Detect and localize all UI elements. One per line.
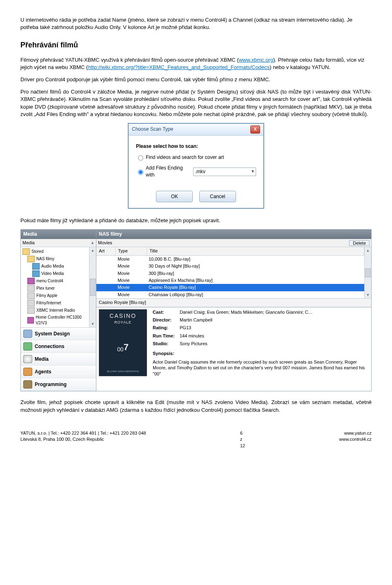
close-icon[interactable]: X (250, 125, 260, 134)
tree-item[interactable]: Plex tuner (27, 285, 88, 292)
tree-item[interactable]: XBMC Internet Radio (27, 307, 88, 314)
nav-system-design[interactable]: System Design (21, 328, 96, 340)
xbmc-wiki-link[interactable]: http://wiki.xbmc.org/?title=XBMC_Feature… (88, 64, 270, 70)
page-footer: YATUN, s.r.o. | Tel.: +420 222 364 491 |… (20, 430, 372, 443)
cell-title: Casino Royale [Blu-ray] (146, 284, 364, 291)
tree-item[interactable]: Filmy Apple (27, 292, 88, 299)
table-row[interactable]: Movie30 Days of Night [Blu-ray] (96, 263, 364, 270)
col-title[interactable]: Title (147, 247, 364, 255)
nav-agents[interactable]: Agents (21, 366, 96, 378)
scroll-down-icon[interactable]: ▼ (91, 321, 95, 328)
tree-item[interactable]: menu Control4 (27, 277, 88, 285)
synopsis-label: Synopsis: (153, 351, 174, 356)
nav-programming[interactable]: Programming (21, 378, 96, 391)
rating-value: PG13 (180, 325, 191, 331)
footer-link-2: www.control4.cz (339, 436, 372, 442)
dialog-prompt: Please select how to scan: (136, 143, 256, 150)
nav-connections[interactable]: Connections (21, 340, 96, 353)
cell-title: Chainsaw Lollipop [Blu-ray] (146, 291, 364, 298)
nav-media[interactable]: Media (21, 353, 96, 366)
scroll-down-icon[interactable]: ▼ (366, 292, 370, 299)
paragraph-edit: Zvolte film, jehož popisek chcete upravi… (20, 399, 372, 413)
table-row[interactable]: MovieChainsaw Lollipop [Blu-ray] (96, 291, 364, 298)
radio-find-videos-label: Find videos and search for cover art (146, 154, 224, 161)
paragraph-links: Filmový přehrávač YATUN-XBMC využívá k p… (20, 56, 372, 71)
page-number: 6 z 12 (240, 430, 245, 449)
detail-title: Casino Royale [Blu-ray] (96, 298, 371, 307)
tree-item-label: NAS filmy (36, 256, 54, 262)
scroll-up-icon[interactable]: ▲ (91, 239, 94, 246)
synopsis-text: Actor Daniel Craig assumes the role form… (153, 359, 369, 377)
cell-title: 30 Days of Night [Blu-ray] (146, 263, 364, 270)
nav-label: System Design (35, 330, 70, 337)
footer-line-1: YATUN, s.r.o. | Tel.: +420 222 364 491 |… (20, 430, 146, 436)
cell-title: 10,000 B.C. [Blu-ray] (146, 256, 364, 263)
paragraph-scan-instructions: Pro načtení filmů do Control4 v záložce … (20, 88, 372, 118)
tuner-icon (27, 285, 35, 292)
cell-title: 300 [Blu-ray] (146, 270, 364, 277)
paragraph-driver: Driver pro Control4 podporuje jak výběr … (20, 76, 372, 83)
media-icon (23, 355, 32, 363)
text: ) nebo v katalogu YATUN. (270, 64, 330, 70)
tree-header: Media (21, 230, 96, 239)
tree-item[interactable]: Audio Media (32, 263, 88, 270)
cast-value: Daniel Craig; Eva Green; Mads Mikkelsen;… (180, 309, 313, 315)
scroll-up-icon[interactable]: ▲ (91, 247, 95, 254)
media-explorer: Media Media ▲ Stored NAS filmy Audio Med… (20, 229, 372, 391)
cancel-button[interactable]: Cancel (199, 191, 236, 202)
paragraph-edit-hint: Pokud máte filmy již vyhledané a přidané… (20, 217, 372, 224)
tree-item[interactable]: Filmy/Internet (27, 299, 88, 307)
choose-scan-dialog: Choose Scan Type X Please select how to … (128, 123, 264, 209)
system-design-icon (23, 330, 32, 338)
agents-icon (23, 368, 32, 376)
studio-value: Sony Pictures (180, 341, 207, 347)
folder-icon (27, 256, 35, 262)
cell-type: Movie (115, 291, 146, 298)
tree-item-label: Audio Media (41, 263, 64, 269)
dialog-title: Choose Scan Type (132, 126, 173, 133)
footer-line-2: Litevská 8, Praha 100 00, Czech Republic (20, 436, 146, 442)
radio-find-videos[interactable] (138, 155, 143, 161)
movies-label: Movies (98, 240, 112, 246)
scroll-thumb[interactable] (90, 279, 96, 296)
table-row[interactable]: Movie300 [Blu-ray] (96, 270, 364, 277)
radio-icon (27, 307, 35, 314)
nav-label: Programming (35, 381, 67, 388)
xbmc-link[interactable]: www.xbmc.org (239, 57, 274, 63)
cell-type: Movie (115, 270, 146, 277)
col-type[interactable]: Type (116, 247, 147, 255)
tree-item-label: Filmy Apple (36, 293, 58, 299)
intro-paragraph: U internetového rádia je potřeba zadat N… (20, 16, 372, 31)
table-row[interactable]: Movie10,000 B.C. [Blu-ray] (96, 256, 364, 263)
tree-item-label: XBMC Internet Radio (36, 308, 75, 313)
connections-icon (23, 342, 32, 351)
nav-label: Agents (35, 368, 51, 375)
tree-item-label: Filmy/Internet (36, 300, 61, 306)
cell-title: Appleseed Ex Machina [Blu-ray] (146, 277, 364, 284)
tree-item[interactable]: Video Media (32, 270, 88, 277)
delete-button[interactable]: Delete (349, 240, 370, 246)
footer-link-1: www.yatun.cz (339, 430, 372, 436)
cell-type: Movie (115, 277, 146, 284)
col-art[interactable]: Art (96, 247, 116, 255)
tree-stored-label: Stored (31, 249, 43, 255)
scroll-up-icon[interactable]: ▲ (366, 247, 370, 254)
movie-icon (27, 292, 35, 299)
runtime-value: 144 minutes (180, 333, 204, 339)
cell-type: Movie (115, 263, 146, 270)
extension-combo[interactable]: .mkv (193, 167, 256, 176)
tree-item[interactable]: Home Controller HC1000 V2/V3 (27, 314, 88, 326)
tree-stored[interactable]: Stored (22, 248, 88, 255)
controller-icon (27, 317, 34, 324)
media-icon (32, 270, 40, 277)
folder-icon (22, 248, 30, 255)
scroll-thumb[interactable] (365, 268, 371, 277)
nav-label: Connections (35, 343, 65, 350)
radio-add-files-label: Add Files Ending with (146, 165, 190, 179)
ok-button[interactable]: OK (156, 191, 193, 202)
radio-add-files[interactable] (138, 170, 143, 175)
tree-item-label: Video Media (41, 271, 64, 277)
table-row[interactable]: MovieCasino Royale [Blu-ray] (96, 284, 364, 291)
table-row[interactable]: MovieAppleseed Ex Machina [Blu-ray] (96, 277, 364, 284)
tree-item[interactable]: NAS filmy (27, 255, 88, 263)
